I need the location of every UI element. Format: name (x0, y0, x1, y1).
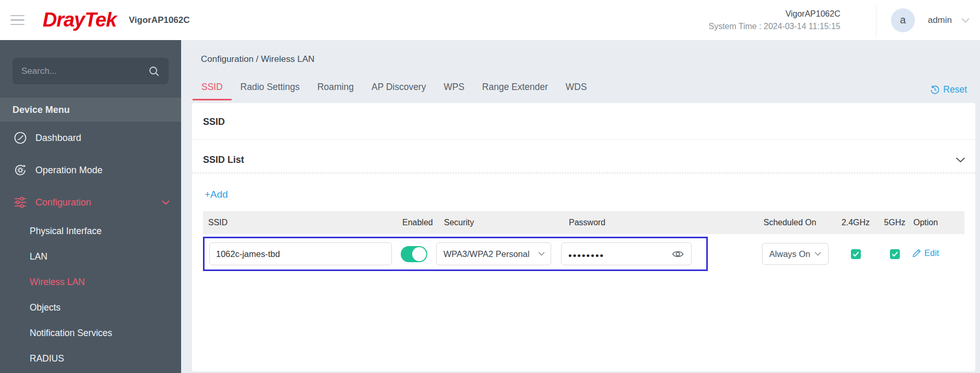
checkmark-icon (892, 251, 898, 257)
ssid-section: SSID (192, 103, 975, 140)
tab-wds[interactable]: WDS (557, 82, 596, 100)
ssid-list-section-header: SSID List (192, 140, 975, 173)
sidebar-subitem-label: Objects (30, 302, 60, 313)
col-header-option: Option (912, 218, 964, 227)
password-masked-value: •••••••• (568, 248, 604, 261)
system-time: System Time : 2024-03-14 11:15:15 (709, 20, 841, 33)
ssid-enabled-toggle[interactable] (401, 246, 427, 262)
col-header-ssid: SSID (203, 218, 397, 227)
col-header-2-4ghz: 2.4GHz (834, 218, 877, 227)
operation-mode-icon (13, 163, 28, 177)
select-chevron-icon (538, 252, 545, 256)
search-box (12, 58, 169, 84)
password-visibility-eye-icon[interactable] (672, 250, 684, 259)
breadcrumb: Configuration / Wireless LAN (181, 40, 980, 65)
search-icon[interactable] (148, 66, 160, 77)
dashboard-gauge-icon (13, 131, 28, 145)
sidebar-item-physical-interface[interactable]: Physical Interface (0, 218, 181, 244)
ssid-table: SSID Enabled Security Password Scheduled… (203, 211, 964, 271)
table-row: WPA3/WPA2 Personal •••••••• (203, 237, 964, 271)
scheduled-on-value: Always On (769, 249, 810, 259)
tab-wps[interactable]: WPS (435, 82, 473, 100)
reset-button[interactable]: Reset (930, 84, 967, 95)
sidebar-item-configuration[interactable]: Configuration (0, 186, 181, 218)
sidebar-item-notification-services[interactable]: Notification Services (0, 320, 181, 346)
logo-text-dray: Dray (43, 9, 85, 31)
sidebar-subitem-label: RADIUS (30, 353, 64, 364)
ssid-section-title: SSID (203, 117, 975, 127)
band-2-4ghz-checkbox[interactable] (851, 249, 861, 259)
table-header-row: SSID Enabled Security Password Scheduled… (203, 211, 964, 234)
sidebar-subitem-label: Wireless LAN (30, 277, 85, 288)
avatar[interactable]: a (891, 8, 915, 32)
sidebar-item-label: Configuration (35, 197, 91, 208)
sidebar-subitem-label: Notification Services (30, 328, 112, 339)
tab-ap-discovery[interactable]: AP Discovery (363, 82, 435, 100)
col-header-5ghz: 5GHz (877, 218, 912, 227)
draytek-logo: DrayTek (43, 9, 117, 31)
sidebar-item-label: Dashboard (35, 133, 81, 144)
ssid-list-collapse-chevron-icon[interactable] (956, 157, 965, 163)
col-header-scheduled-on: Scheduled On (757, 218, 834, 227)
sidebar: Device Menu Dashboard Operatio (0, 40, 181, 373)
security-select[interactable]: WPA3/WPA2 Personal (436, 242, 551, 265)
sidebar-item-wireless-lan[interactable]: Wireless LAN (0, 269, 181, 295)
model-name: VigorAP1062C (129, 15, 190, 25)
sidebar-subitem-label: Physical Interface (30, 226, 101, 237)
main-content: Configuration / Wireless LAN SSID Radio … (181, 40, 980, 373)
ssid-card: SSID SSID List +Add SSID Enabled Securit… (192, 103, 975, 371)
search-input[interactable] (21, 66, 148, 76)
band-5ghz-checkbox[interactable] (890, 249, 900, 259)
edit-button[interactable]: Edit (912, 248, 939, 258)
username: admin (928, 15, 952, 25)
col-header-enabled: Enabled (397, 218, 440, 227)
logo-text-tek: Tek (85, 9, 117, 31)
ssid-list-title: SSID List (203, 155, 244, 165)
device-menu-header: Device Menu (0, 98, 181, 122)
checkmark-icon (852, 251, 859, 257)
edit-label: Edit (924, 248, 939, 258)
hamburger-menu-icon[interactable] (10, 15, 24, 25)
scheduled-on-select[interactable]: Always On (762, 243, 829, 265)
ssid-name-input[interactable] (209, 242, 392, 265)
sidebar-item-dashboard[interactable]: Dashboard (0, 122, 181, 154)
tab-ssid[interactable]: SSID (193, 82, 232, 100)
toggle-knob (412, 247, 426, 261)
select-chevron-icon (814, 252, 821, 256)
configuration-sliders-icon (13, 195, 28, 210)
col-header-password: Password (566, 218, 708, 227)
pencil-icon (912, 249, 921, 258)
sidebar-item-operation-mode[interactable]: Operation Mode (0, 154, 181, 186)
password-field[interactable]: •••••••• (561, 242, 692, 265)
system-info: VigorAP1062C System Time : 2024-03-14 11… (709, 8, 841, 33)
sidebar-item-label: Operation Mode (35, 165, 103, 176)
reset-history-icon (930, 85, 940, 95)
sidebar-item-radius[interactable]: RADIUS (0, 346, 181, 371)
col-header-security: Security (440, 218, 566, 227)
sidebar-subitem-label: LAN (30, 251, 47, 262)
device-name: VigorAP1062C (709, 8, 841, 20)
tab-range-extender[interactable]: Range Extender (473, 82, 556, 100)
security-select-value: WPA3/WPA2 Personal (443, 249, 529, 259)
tab-roaming[interactable]: Roaming (309, 82, 363, 100)
reset-label: Reset (943, 84, 967, 95)
sidebar-item-objects[interactable]: Objects (0, 295, 181, 320)
app-header: DrayTek VigorAP1062C VigorAP1062C System… (0, 0, 980, 40)
row-highlight-group: WPA3/WPA2 Personal •••••••• (203, 237, 708, 271)
user-menu-chevron-icon[interactable] (961, 18, 970, 23)
add-ssid-button[interactable]: +Add (205, 189, 228, 200)
header-divider (876, 5, 876, 35)
tab-bar: SSID Radio Settings Roaming AP Discovery… (181, 82, 980, 100)
tab-radio-settings[interactable]: Radio Settings (232, 82, 309, 100)
sidebar-item-lan[interactable]: LAN (0, 244, 181, 269)
configuration-expand-chevron-icon[interactable] (162, 200, 170, 205)
